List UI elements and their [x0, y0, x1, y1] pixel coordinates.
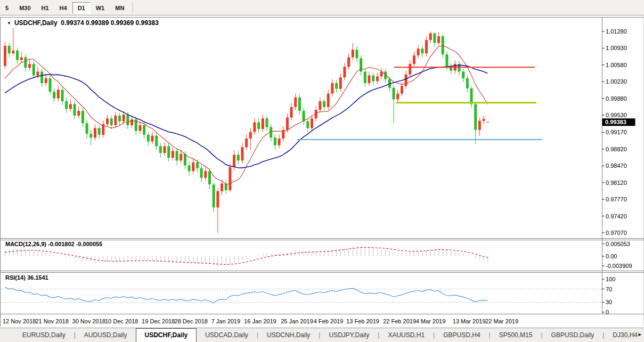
- candle-body[interactable]: [229, 167, 231, 190]
- candle-body[interactable]: [433, 34, 436, 43]
- tab-eurusd-daily[interactable]: EURUSD,Daily: [14, 329, 74, 342]
- candle-body[interactable]: [421, 48, 423, 53]
- candle-body[interactable]: [355, 50, 358, 58]
- candle-body[interactable]: [167, 146, 170, 158]
- candle-body[interactable]: [118, 116, 121, 121]
- candle-body[interactable]: [278, 139, 281, 145]
- timeframe-button-d1[interactable]: D1: [72, 2, 91, 14]
- candle-body[interactable]: [405, 75, 407, 86]
- candle-body[interactable]: [417, 48, 420, 55]
- timeframe-button-h4[interactable]: H4: [54, 2, 72, 14]
- candle-body[interactable]: [245, 139, 248, 147]
- candle-body[interactable]: [151, 136, 153, 142]
- candle-body[interactable]: [372, 76, 374, 82]
- candle-body[interactable]: [409, 64, 411, 75]
- tab-gbpusd-h4[interactable]: GBPUSD,H4: [435, 329, 488, 342]
- candle-body[interactable]: [155, 136, 158, 146]
- timeframe-button-w1[interactable]: W1: [91, 2, 110, 14]
- candle-body[interactable]: [241, 147, 243, 160]
- candle-body[interactable]: [425, 40, 428, 53]
- candle-body[interactable]: [319, 101, 321, 110]
- tab-usdchf-daily[interactable]: USDCHF,Daily: [136, 328, 197, 342]
- candle-body[interactable]: [466, 78, 469, 88]
- candle-body[interactable]: [48, 78, 51, 92]
- candle-body[interactable]: [298, 97, 301, 111]
- tab-xauusd-h1[interactable]: XAUUSD,H1: [379, 329, 433, 342]
- candle-body[interactable]: [339, 77, 342, 89]
- candle-body[interactable]: [200, 168, 203, 178]
- candle-body[interactable]: [343, 67, 346, 77]
- tab-sp500-m15[interactable]: SP500,M15: [491, 329, 541, 342]
- candle-body[interactable]: [28, 64, 31, 68]
- candle-body[interactable]: [180, 154, 182, 161]
- candle-body[interactable]: [470, 88, 473, 104]
- candle-body[interactable]: [216, 191, 219, 208]
- candle-body[interactable]: [45, 78, 47, 83]
- candle-body[interactable]: [192, 162, 194, 171]
- tab-scroll-left-icon[interactable]: ◂: [630, 331, 633, 337]
- candle-body[interactable]: [159, 146, 162, 153]
- candle-body[interactable]: [445, 54, 448, 67]
- candle-body[interactable]: [257, 123, 260, 129]
- candle-body[interactable]: [486, 122, 489, 123]
- candle-body[interactable]: [20, 57, 23, 60]
- candle-body[interactable]: [327, 94, 330, 107]
- candle-body[interactable]: [331, 83, 333, 94]
- candle-body[interactable]: [8, 46, 11, 53]
- candle-body[interactable]: [347, 57, 350, 67]
- tab-audusd-daily[interactable]: AUDUSD,Daily: [76, 329, 136, 342]
- candle-body[interactable]: [311, 118, 313, 128]
- candle-body[interactable]: [286, 118, 289, 130]
- candle-body[interactable]: [98, 128, 101, 135]
- candle-body[interactable]: [69, 104, 72, 109]
- candle-body[interactable]: [225, 184, 227, 191]
- candle-body[interactable]: [77, 111, 80, 116]
- candle-body[interactable]: [364, 71, 366, 83]
- candle-body[interactable]: [4, 46, 6, 66]
- candle-body[interactable]: [376, 76, 379, 81]
- candle-body[interactable]: [176, 151, 178, 160]
- tab-usdjpy-daily[interactable]: USDJPY,Daily: [320, 329, 378, 342]
- candle-body[interactable]: [306, 121, 309, 128]
- candle-body[interactable]: [204, 171, 207, 178]
- tab-usdcad-daily[interactable]: USDCAD,Daily: [197, 329, 257, 342]
- candle-body[interactable]: [164, 146, 166, 153]
- candle-body[interactable]: [86, 123, 88, 134]
- candle-body[interactable]: [57, 90, 60, 99]
- candle-body[interactable]: [233, 155, 235, 167]
- price-chart-area[interactable]: 1.012801.009301.005801.002300.998800.995…: [0, 16, 644, 327]
- candle-body[interactable]: [53, 92, 55, 99]
- timeframe-button-h1[interactable]: H1: [36, 2, 54, 14]
- candle-body[interactable]: [262, 118, 264, 129]
- timeframe-button-5[interactable]: 5: [0, 2, 14, 14]
- tab-gbpusd-daily[interactable]: GBPUSD,Daily: [543, 329, 603, 342]
- candle-body[interactable]: [462, 71, 464, 78]
- candle-body[interactable]: [123, 115, 125, 121]
- candle-body[interactable]: [335, 83, 338, 89]
- candle-body[interactable]: [290, 107, 293, 118]
- candle-body[interactable]: [274, 137, 276, 145]
- candle-body[interactable]: [352, 50, 354, 57]
- timeframe-button-m30[interactable]: M30: [14, 2, 36, 14]
- tab-scroll-right-icon[interactable]: ▸: [638, 331, 641, 337]
- candle-body[interactable]: [126, 115, 129, 125]
- candle-body[interactable]: [61, 90, 64, 102]
- candle-body[interactable]: [94, 128, 96, 137]
- candle-body[interactable]: [266, 118, 268, 127]
- candle-body[interactable]: [12, 51, 14, 53]
- candle-body[interactable]: [188, 165, 191, 171]
- candle-body[interactable]: [368, 76, 371, 83]
- candle-body[interactable]: [110, 118, 113, 125]
- candle-body[interactable]: [172, 151, 174, 158]
- candle-body[interactable]: [221, 184, 223, 191]
- candle-body[interactable]: [483, 119, 485, 121]
- candle-body[interactable]: [40, 71, 43, 83]
- candle-body[interactable]: [32, 64, 35, 76]
- candle-body[interactable]: [24, 57, 27, 68]
- candle-body[interactable]: [74, 104, 76, 116]
- candle-body[interactable]: [36, 71, 39, 75]
- candle-body[interactable]: [249, 132, 252, 139]
- candle-body[interactable]: [393, 88, 395, 100]
- candle-body[interactable]: [253, 123, 256, 132]
- candle-body[interactable]: [237, 155, 240, 161]
